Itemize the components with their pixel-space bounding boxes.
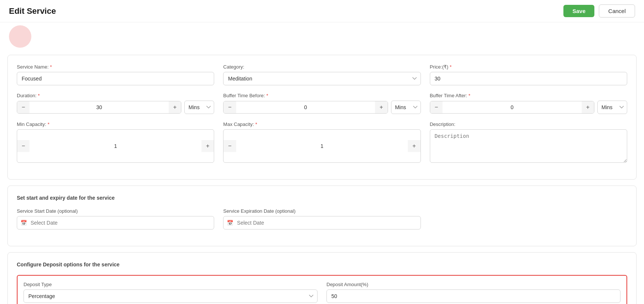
form-row-3: Min Capacity: * − + Max Capacity: * − <box>17 121 627 163</box>
price-group: Price:(₹) * <box>430 64 627 85</box>
required-star: * <box>50 64 52 70</box>
save-button[interactable]: Save <box>563 5 594 17</box>
deposit-highlight-box: Deposit Type Percentage Deposit Amount(%… <box>17 275 627 304</box>
min-capacity-value-input[interactable] <box>29 143 201 149</box>
buffer-after-value-input[interactable] <box>443 104 582 110</box>
buffer-before-group: Buffer Time Before: * − + Mins <box>223 93 421 114</box>
category-group: Category: Meditation <box>223 64 421 85</box>
date-form-row: Service Start Date (optional) 📅 Service … <box>17 208 627 229</box>
min-capacity-group: Min Capacity: * − + <box>17 121 214 163</box>
max-capacity-group: Max Capacity: * − + <box>223 121 421 163</box>
min-capacity-stepper: − + <box>17 129 214 163</box>
deposit-type-select[interactable]: Percentage <box>24 289 318 303</box>
max-capacity-increment-button[interactable]: + <box>408 140 420 152</box>
category-label: Category: <box>223 64 421 70</box>
duration-unit-select[interactable]: Mins <box>184 101 214 114</box>
service-name-group: Service Name: * <box>17 64 214 85</box>
max-capacity-label: Max Capacity: * <box>223 121 421 127</box>
buffer-before-label: Buffer Time Before: * <box>223 93 421 98</box>
service-name-label: Service Name: * <box>17 64 214 70</box>
cancel-button[interactable]: Cancel <box>599 4 635 18</box>
avatar <box>9 25 31 48</box>
avatar-area <box>0 22 644 49</box>
expiry-date-group: Service Expiration Date (optional) 📅 <box>223 208 421 229</box>
min-capacity-label: Min Capacity: * <box>17 121 214 127</box>
buffer-after-stepper: − + <box>430 101 594 114</box>
service-name-input[interactable] <box>17 72 214 85</box>
min-capacity-increment-button[interactable]: + <box>201 140 214 152</box>
start-date-label: Service Start Date (optional) <box>17 208 214 214</box>
buffer-after-increment-button[interactable]: + <box>582 101 594 113</box>
start-date-wrap: 📅 <box>17 216 214 229</box>
duration-label: Duration: * <box>17 93 214 98</box>
deposit-row: Deposit Type Percentage Deposit Amount(%… <box>24 282 620 303</box>
duration-value-input[interactable] <box>29 104 169 110</box>
deposit-amount-group: Deposit Amount(%) <box>326 282 620 303</box>
deposit-type-label: Deposit Type <box>24 282 318 287</box>
expiry-date-label: Service Expiration Date (optional) <box>223 208 421 214</box>
header: Edit Service Save Cancel <box>0 0 644 22</box>
page-title: Edit Service <box>9 6 56 16</box>
buffer-after-stepper-group: − + Mins <box>430 101 627 114</box>
price-input[interactable] <box>430 72 627 85</box>
deposit-section-title: Configure Deposit options for the servic… <box>17 262 627 267</box>
page-container: Edit Service Save Cancel Service Name: *… <box>0 0 644 304</box>
buffer-before-increment-button[interactable]: + <box>375 101 387 113</box>
buffer-after-decrement-button[interactable]: − <box>430 101 443 113</box>
start-date-input[interactable] <box>17 216 214 229</box>
duration-decrement-button[interactable]: − <box>17 101 29 113</box>
service-details-section: Service Name: * Category: Meditation Pri… <box>7 55 637 180</box>
buffer-before-unit-select[interactable]: Mins <box>391 101 421 114</box>
expiry-date-wrap: 📅 <box>223 216 421 229</box>
buffer-before-stepper-group: − + Mins <box>223 101 421 114</box>
max-capacity-value-input[interactable] <box>236 143 408 149</box>
deposit-section: Configure Deposit options for the servic… <box>7 252 637 304</box>
form-row-2: Duration: * − + Mins Buffer Time Bef <box>17 93 627 114</box>
date-section: Set start and expiry date for the servic… <box>7 186 637 246</box>
description-group: Description: <box>430 121 627 163</box>
price-label: Price:(₹) * <box>430 64 627 70</box>
form-row-1: Service Name: * Category: Meditation Pri… <box>17 64 627 85</box>
start-date-group: Service Start Date (optional) 📅 <box>17 208 214 229</box>
deposit-amount-input[interactable] <box>326 289 620 303</box>
buffer-before-value-input[interactable] <box>236 104 375 110</box>
buffer-after-label: Buffer Time After: * <box>430 93 627 98</box>
duration-stepper-group: − + Mins <box>17 101 214 114</box>
date-spacer <box>430 208 627 229</box>
duration-increment-button[interactable]: + <box>169 101 181 113</box>
duration-stepper: − + <box>17 101 181 114</box>
max-capacity-stepper: − + <box>223 129 421 163</box>
description-label: Description: <box>430 121 627 127</box>
buffer-before-decrement-button[interactable]: − <box>223 101 236 113</box>
expiry-date-input[interactable] <box>223 216 421 229</box>
date-section-title: Set start and expiry date for the servic… <box>17 195 627 201</box>
deposit-type-group: Deposit Type Percentage <box>24 282 318 303</box>
header-actions: Save Cancel <box>563 4 635 18</box>
buffer-before-stepper: − + <box>223 101 388 114</box>
description-textarea[interactable] <box>430 129 627 163</box>
category-select[interactable]: Meditation <box>223 72 421 85</box>
deposit-amount-label: Deposit Amount(%) <box>326 282 620 287</box>
buffer-after-unit-select[interactable]: Mins <box>597 101 627 114</box>
min-capacity-decrement-button[interactable]: − <box>17 140 29 152</box>
max-capacity-decrement-button[interactable]: − <box>223 140 236 152</box>
duration-group: Duration: * − + Mins <box>17 93 214 114</box>
buffer-after-group: Buffer Time After: * − + Mins <box>430 93 627 114</box>
